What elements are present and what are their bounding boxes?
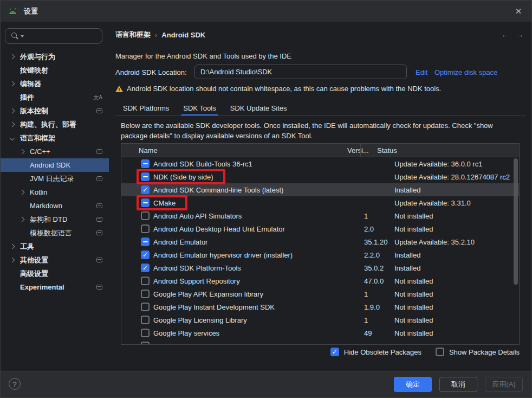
column-divider[interactable] xyxy=(391,144,391,157)
close-icon[interactable]: ✕ xyxy=(511,4,526,19)
row-status: Update Available: 3.31.0 xyxy=(391,199,519,207)
row-name: Google Play Instant Development SDK xyxy=(153,303,275,311)
cancel-button[interactable]: 取消 xyxy=(439,377,477,392)
window-icon xyxy=(96,258,102,262)
sidebar-item[interactable]: 构建、执行、部署 xyxy=(1,118,109,131)
sidebar-item[interactable]: 语言和框架 xyxy=(1,131,109,145)
row-checkbox[interactable] xyxy=(141,237,150,246)
table-row[interactable]: Android SDK Build-Tools 36-rc1 Update Av… xyxy=(121,157,519,170)
sidebar-item[interactable]: 版本控制 xyxy=(1,104,109,118)
table-row[interactable]: Android Auto API Simulators 1 Not instal… xyxy=(121,209,519,222)
row-checkbox[interactable] xyxy=(141,290,150,298)
sidebar-item[interactable]: 外观与行为 xyxy=(1,50,109,63)
row-name: Android Auto API Simulators xyxy=(153,212,242,220)
sdk-location-label: Android SDK Location: xyxy=(115,68,187,76)
tab-sdk-platforms[interactable]: SDK Platforms xyxy=(122,100,170,115)
sidebar-item[interactable]: 架构和 DTD xyxy=(1,213,109,226)
sidebar-item[interactable]: C/C++ xyxy=(1,145,109,158)
sidebar-item-label: Experimental xyxy=(20,283,96,291)
search-input[interactable] xyxy=(25,31,98,41)
sidebar-item[interactable]: 模板数据语言 xyxy=(1,226,109,240)
table-row[interactable]: Android Emulator hypervisor driver (inst… xyxy=(121,248,519,261)
row-checkbox[interactable] xyxy=(141,159,150,168)
android-icon xyxy=(8,8,17,15)
breadcrumb-parent[interactable]: 语言和框架 xyxy=(115,30,151,40)
row-status: Not installed xyxy=(391,225,519,233)
table-row[interactable]: Android Auto Desktop Head Unit Emulator … xyxy=(121,222,519,235)
table-row[interactable]: Android SDK Platform-Tools 35.0.2 Instal… xyxy=(121,261,519,274)
row-version: 35.1.20 xyxy=(360,238,391,246)
row-checkbox[interactable] xyxy=(141,316,150,324)
back-arrow-icon[interactable]: ← xyxy=(501,30,509,39)
row-checkbox[interactable] xyxy=(141,172,150,181)
row-version: 1.9.0 xyxy=(360,303,391,311)
sidebar-item[interactable]: 编辑器 xyxy=(1,77,109,91)
table-options: Hide Obsolete Packages Show Package Deta… xyxy=(121,348,520,356)
forward-arrow-icon[interactable]: → xyxy=(516,30,524,39)
window-icon xyxy=(96,149,102,154)
row-annotation-target: Android Auto API Simulators xyxy=(141,211,242,220)
sidebar-item[interactable]: 插件 xyxy=(1,91,109,104)
table-row[interactable]: Android SDK Command-line Tools (latest) … xyxy=(121,183,519,196)
table-row[interactable] xyxy=(121,339,519,345)
show-details-option[interactable]: Show Package Details xyxy=(436,348,520,356)
sidebar-item[interactable]: Markdown xyxy=(1,199,109,213)
table-body: Android SDK Build-Tools 36-rc1 Update Av… xyxy=(121,157,519,345)
row-checkbox[interactable] xyxy=(141,303,150,311)
sidebar-item[interactable]: Experimental xyxy=(1,280,109,294)
row-name: NDK (Side by side) xyxy=(153,173,213,181)
column-header-status[interactable]: Status xyxy=(373,146,519,155)
column-divider[interactable] xyxy=(360,144,361,157)
table-row[interactable]: NDK (Side by side) Update Available: 28.… xyxy=(121,170,519,183)
table-row[interactable]: Google Play services 49 Not installed xyxy=(121,326,519,339)
sidebar-item[interactable]: 其他设置 xyxy=(1,253,109,267)
table-row[interactable]: Google Play Licensing Library 1 Not inst… xyxy=(121,313,519,326)
table-scrollbar-thumb[interactable] xyxy=(514,158,518,285)
footer-buttons: 确定 取消 应用(A) xyxy=(394,377,523,392)
show-details-checkbox[interactable] xyxy=(436,348,444,356)
row-checkbox[interactable] xyxy=(141,224,150,233)
hide-obsolete-option[interactable]: Hide Obsolete Packages xyxy=(330,348,421,356)
edit-link[interactable]: Edit xyxy=(416,68,427,76)
row-checkbox[interactable] xyxy=(141,277,150,285)
table-row[interactable]: Android Emulator 35.1.20 Update Availabl… xyxy=(121,235,519,248)
sidebar-item[interactable]: 高级设置 xyxy=(1,267,109,280)
chevron-icon xyxy=(10,244,15,249)
optimize-disk-space-link[interactable]: Optimize disk space xyxy=(434,68,497,76)
row-checkbox[interactable] xyxy=(141,185,150,194)
chevron-icon xyxy=(10,136,15,141)
row-checkbox[interactable] xyxy=(141,264,150,272)
row-checkbox[interactable] xyxy=(141,342,150,345)
sdk-tabs: SDK Platforms SDK Tools SDK Update Sites xyxy=(122,100,288,115)
table-row[interactable]: Google Play Instant Development SDK 1.9.… xyxy=(121,300,519,313)
help-icon[interactable]: ? xyxy=(9,378,21,390)
row-name: Android Support Repository xyxy=(153,277,240,285)
title-bar: 设置 ✕ xyxy=(1,1,531,22)
table-row[interactable]: Android Support Repository 47.0.0 Not in… xyxy=(121,274,519,287)
sdk-location-input[interactable] xyxy=(194,65,407,79)
tab-sdk-update-sites[interactable]: SDK Update Sites xyxy=(229,100,288,115)
row-status: Update Available: 36.0.0 rc1 xyxy=(391,160,519,168)
column-header-name[interactable]: Name xyxy=(121,146,343,155)
chevron-icon xyxy=(10,122,15,127)
sidebar-item[interactable]: 工具 xyxy=(1,240,109,253)
sidebar-item[interactable]: Android SDK xyxy=(1,158,109,172)
sidebar-item[interactable]: Kotlin xyxy=(1,185,109,199)
search-box[interactable] xyxy=(5,28,102,44)
sidebar-item[interactable]: 按键映射 xyxy=(1,63,109,77)
tab-sdk-tools[interactable]: SDK Tools xyxy=(182,100,217,115)
sidebar-item-label: 版本控制 xyxy=(20,106,96,116)
ok-button[interactable]: 确定 xyxy=(394,377,432,392)
row-checkbox[interactable] xyxy=(141,329,150,337)
table-row[interactable]: Google Play APK Expansion library 1 Not … xyxy=(121,287,519,300)
sidebar-item[interactable]: JVM 日志记录 xyxy=(1,172,109,185)
hide-obsolete-checkbox[interactable] xyxy=(330,348,339,356)
row-name: Google Play APK Expansion library xyxy=(153,290,263,298)
row-checkbox[interactable] xyxy=(141,251,150,259)
row-checkbox[interactable] xyxy=(141,198,150,207)
row-annotation-target: Android Emulator hypervisor driver (inst… xyxy=(141,251,293,259)
table-row[interactable]: CMake Update Available: 3.31.0 xyxy=(121,196,519,209)
column-header-version[interactable]: Versi... xyxy=(343,146,373,155)
row-checkbox[interactable] xyxy=(141,211,150,220)
sidebar-item-label: 模板数据语言 xyxy=(30,228,96,238)
